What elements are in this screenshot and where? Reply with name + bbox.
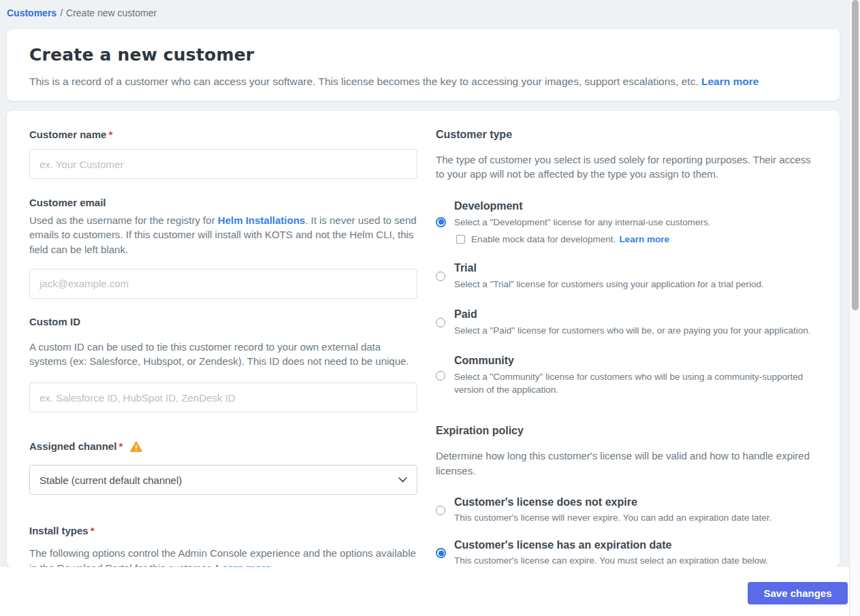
breadcrumb-customers-link[interactable]: Customers [7,7,57,18]
radio-option: Paid Select a "Paid" license for custome… [436,308,824,337]
warning-icon [130,441,142,454]
option-description: This customer's license will never expir… [454,511,824,524]
page-description: This is a record of a customer who can a… [29,74,824,89]
breadcrumb: Customers/Create new customer [0,0,860,29]
helm-installations-link[interactable]: Helm Installations [218,214,305,226]
customer-name-label: Customer name* [29,129,417,140]
expiration-policy-description: Determine how long this customer's licen… [436,449,817,478]
form-right-column: Customer type The type of customer you s… [436,129,824,567]
page-header-card: Create a new customer This is a record o… [7,29,840,101]
customer-form-card: Customer name* Customer email Used as th… [7,111,840,567]
option-title: Customer's license does not expire [454,496,824,508]
custom-id-description: A custom ID can be used to tie this cust… [29,340,421,369]
radio-option: Trial Select a "Trial" license for custo… [436,262,824,291]
mock-data-checkbox-row[interactable]: Enable mock data for development. Learn … [454,234,824,244]
option-title: Paid [454,308,824,321]
customer-type-options: Development Select a "Development" licen… [436,200,824,397]
radio-button[interactable] [436,318,445,327]
install-types-learn-more-link[interactable]: Learn more [215,562,271,567]
customer-email-description: Used as the username for the registry fo… [29,213,421,257]
option-title: Customer's license has an expiration dat… [454,539,824,551]
assigned-channel-select[interactable]: Stable (current default channel) [29,465,417,495]
option-description: Select a "Paid" license for customers wh… [454,324,824,337]
page-scrollbar-thumb[interactable] [852,0,859,310]
breadcrumb-separator: / [60,7,63,18]
radio-button[interactable] [436,272,445,281]
chevron-down-icon [398,477,407,483]
radio-button[interactable] [436,217,446,227]
required-asterisk: * [118,440,123,452]
option-description: Select a "Development" license for any i… [454,216,824,229]
customer-type-heading: Customer type [436,129,824,141]
customer-email-input[interactable] [29,269,417,299]
radio-option: Development Select a "Development" licen… [436,200,824,244]
option-description: Select a "Trial" license for customers u… [454,278,824,291]
custom-id-input[interactable] [29,383,417,412]
customer-type-description: The type of customer you select is used … [436,152,817,182]
required-asterisk: * [108,129,112,140]
mock-data-checkbox[interactable] [456,235,465,244]
radio-button[interactable] [436,371,445,380]
radio-option: Community Select a "Community" license f… [436,355,824,396]
radio-button[interactable] [436,548,446,558]
option-title: Development [454,200,824,212]
option-description: This customer's license can expire. You … [454,554,824,567]
expiration-policy-options: Customer's license does not expire This … [436,496,824,567]
option-title: Trial [454,262,824,274]
radio-option: Customer's license has an expiration dat… [436,539,824,567]
option-title: Community [454,355,824,367]
header-learn-more-link[interactable]: Learn more [701,76,759,87]
customer-name-input[interactable] [29,149,417,179]
save-bar: Save changes [0,567,860,616]
page-title: Create a new customer [29,45,824,65]
mock-data-checkbox-label: Enable mock data for development. [471,234,616,244]
assigned-channel-label: Assigned channel* [29,440,417,454]
mock-data-learn-more-link[interactable]: Learn more [619,234,669,244]
custom-id-label: Custom ID [29,316,417,327]
page-scrollbar-track[interactable] [849,0,860,616]
required-asterisk: * [91,525,95,536]
create-customer-page: Customers/Create new customer Create a n… [0,0,860,616]
radio-option: Customer's license does not expire This … [436,496,824,524]
radio-button[interactable] [436,506,445,515]
form-left-column: Customer name* Customer email Used as th… [22,129,417,567]
customer-email-label: Customer email [29,197,417,208]
expiration-policy-heading: Expiration policy [436,425,824,437]
assigned-channel-selected-value: Stable (current default channel) [39,474,182,486]
option-description: Select a "Community" license for custome… [454,370,824,396]
save-changes-button[interactable]: Save changes [748,582,848,604]
install-types-label: Install types* [29,525,417,536]
install-types-description: The following options control the Admin … [29,546,421,567]
breadcrumb-current: Create new customer [66,7,157,18]
